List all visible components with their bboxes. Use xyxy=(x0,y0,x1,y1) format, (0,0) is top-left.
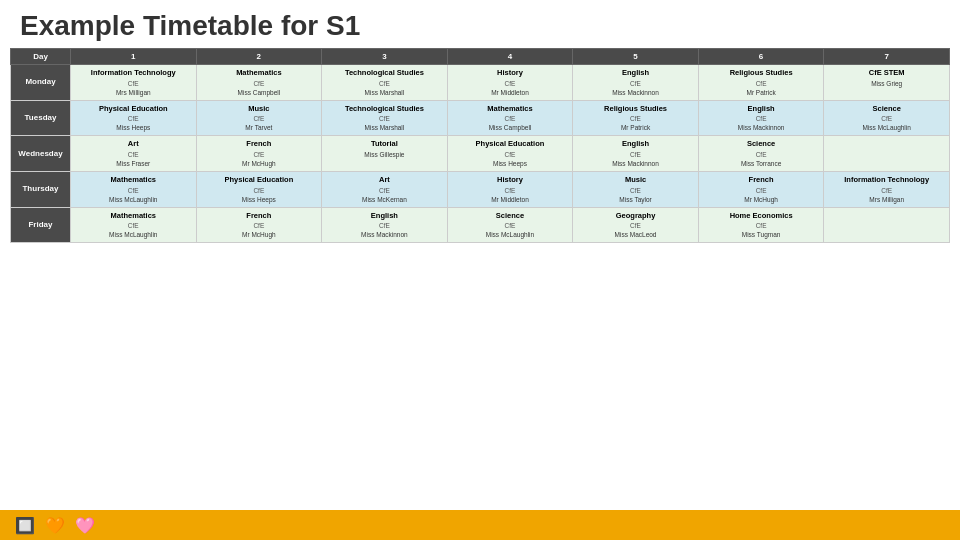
timetable-container: Day 1 2 3 4 5 6 7 Monday Information Tec… xyxy=(0,48,960,243)
period-cell: Mathematics CfE Miss Campbell xyxy=(447,100,573,136)
period-cell: Information Technology CfE Mrs Milligan xyxy=(824,172,950,208)
icon-3: 🩷 xyxy=(75,516,95,535)
period-cell: Science CfE Miss Torrance xyxy=(698,136,824,172)
period-cell: Physical Education CfE Miss Heeps xyxy=(71,100,197,136)
period-cell: English CfE Miss Mackinnon xyxy=(573,136,699,172)
table-row: Friday Mathematics CfE Miss McLaughlin F… xyxy=(11,207,950,243)
period-cell: Music CfE Mr Tarvet xyxy=(196,100,322,136)
period-cell: History CfE Mr Middleton xyxy=(447,172,573,208)
period-cell: French CfE Mr McHugh xyxy=(196,136,322,172)
period-cell: Mathematics CfE Miss Campbell xyxy=(196,65,322,101)
period-cell xyxy=(824,136,950,172)
period-cell: Science CfE Miss McLaughlin xyxy=(447,207,573,243)
period-cell: French CfE Mr McHugh xyxy=(196,207,322,243)
period-cell: CfE STEM Miss Grieg xyxy=(824,65,950,101)
table-row: Tuesday Physical Education CfE Miss Heep… xyxy=(11,100,950,136)
day-cell: Tuesday xyxy=(11,100,71,136)
period-cell: Home Economics CfE Miss Tugman xyxy=(698,207,824,243)
bottom-bar: 🔲 🧡 🩷 xyxy=(0,510,960,540)
day-cell: Thursday xyxy=(11,172,71,208)
period-cell: Physical Education CfE Miss Heeps xyxy=(447,136,573,172)
day-cell: Wednesday xyxy=(11,136,71,172)
period-cell: Physical Education CfE Miss Heeps xyxy=(196,172,322,208)
day-cell: Friday xyxy=(11,207,71,243)
period-cell: Mathematics CfE Miss McLaughlin xyxy=(71,207,197,243)
header-period-5: 5 xyxy=(573,49,699,65)
period-cell: Tutorial Miss Gillespie xyxy=(322,136,448,172)
header-period-3: 3 xyxy=(322,49,448,65)
period-cell: Mathematics CfE Miss McLaughlin xyxy=(71,172,197,208)
period-cell xyxy=(824,207,950,243)
period-cell: Religious Studies CfE Mr Patrick xyxy=(573,100,699,136)
header-period-6: 6 xyxy=(698,49,824,65)
period-cell: Geography CfE Miss MacLeod xyxy=(573,207,699,243)
header-period-7: 7 xyxy=(824,49,950,65)
table-row: Thursday Mathematics CfE Miss McLaughlin… xyxy=(11,172,950,208)
period-cell: English CfE Miss Mackinnon xyxy=(573,65,699,101)
period-cell: Technological Studies CfE Miss Marshall xyxy=(322,100,448,136)
period-cell: English CfE Miss Mackinnon xyxy=(698,100,824,136)
period-cell: French CfE Mr McHugh xyxy=(698,172,824,208)
period-cell: Information Technology CfE Mrs Milligan xyxy=(71,65,197,101)
table-row: Monday Information Technology CfE Mrs Mi… xyxy=(11,65,950,101)
table-row: Wednesday Art CfE Miss Fraser French CfE… xyxy=(11,136,950,172)
period-cell: Technological Studies CfE Miss Marshall xyxy=(322,65,448,101)
header-period-4: 4 xyxy=(447,49,573,65)
timetable: Day 1 2 3 4 5 6 7 Monday Information Tec… xyxy=(10,48,950,243)
header-day: Day xyxy=(11,49,71,65)
period-cell: Art CfE Miss Fraser xyxy=(71,136,197,172)
icon-2: 🧡 xyxy=(45,516,65,535)
day-cell: Monday xyxy=(11,65,71,101)
period-cell: Art CfE Miss McKernan xyxy=(322,172,448,208)
period-cell: History CfE Mr Middleton xyxy=(447,65,573,101)
period-cell: Science CfE Miss McLaughlin xyxy=(824,100,950,136)
header-period-2: 2 xyxy=(196,49,322,65)
period-cell: Religious Studies CfE Mr Patrick xyxy=(698,65,824,101)
header-period-1: 1 xyxy=(71,49,197,65)
page-title: Example Timetable for S1 xyxy=(0,0,960,48)
period-cell: English CfE Miss Mackinnon xyxy=(322,207,448,243)
period-cell: Music CfE Miss Taylor xyxy=(573,172,699,208)
icon-1: 🔲 xyxy=(15,516,35,535)
